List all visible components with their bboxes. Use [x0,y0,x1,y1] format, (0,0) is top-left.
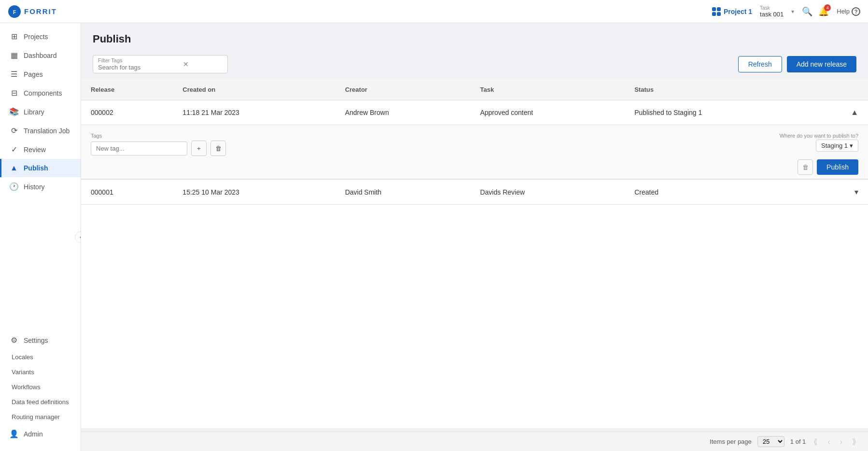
sidebar-item-projects[interactable]: ⊞ Projects [0,27,81,46]
col-actions [811,79,868,100]
last-page-button[interactable]: ⟫ [850,436,858,447]
admin-icon: 👤 [9,429,19,438]
pages-icon: ☰ [9,70,19,79]
project-icon [712,7,721,16]
help-label: Help [837,8,850,15]
table-header: Release Created on Creator Task Status [81,79,868,100]
sidebar-label-review: Review [24,146,46,154]
sidebar-item-review[interactable]: ✓ Review [0,140,81,159]
publish-button[interactable]: Publish [817,159,858,175]
sidebar-label-dashboard: Dashboard [24,52,57,59]
prev-page-button[interactable]: ‹ [826,437,832,447]
sidebar-item-settings[interactable]: ⚙ Settings [0,331,81,350]
next-page-button[interactable]: › [838,437,844,447]
header-icons: 🔍 🔔 4 [802,6,829,17]
clear-filter-icon[interactable]: ✕ [183,60,189,68]
first-page-button[interactable]: ⟪ [812,436,820,447]
sidebar-label-history: History [24,183,45,191]
sidebar-label-settings: Settings [24,337,48,344]
table-row: 000002 11:18 21 Mar 2023 Andrew Brown Ap… [81,100,868,125]
toolbar-actions: Refresh Add new release [738,56,856,72]
pub-dest-arrow: ▾ [850,142,853,149]
components-icon: ⊟ [9,88,19,98]
sidebar-item-admin[interactable]: 👤 Admin [0,424,81,443]
project-selector[interactable]: Project 1 [712,7,752,16]
routing-label: Routing manager [12,413,60,421]
add-tag-button[interactable]: + [191,141,207,156]
help-button[interactable]: Help ? [837,7,860,16]
dashboard-icon: ▦ [9,51,19,60]
sidebar-item-components[interactable]: ⊟ Components [0,84,81,102]
sidebar-sub-item-data-feed[interactable]: Data feed definitions [0,395,81,409]
locales-label: Locales [12,353,33,361]
expand-row-button[interactable]: ▾ [854,187,858,197]
filter-tags-input[interactable] [98,64,179,71]
sidebar-item-dashboard[interactable]: ▦ Dashboard [0,46,81,65]
col-task: Task [470,79,625,100]
task-value: task 001 [760,11,784,18]
toolbar: Filter Tags ✕ Refresh Add new release [81,51,868,79]
release-expand-cell: ▾ [811,180,868,205]
tags-label: Tags [91,133,226,139]
release-creator: Andrew Brown [336,100,471,125]
translation-icon: ⟳ [9,126,19,135]
task-info: Task task 001 [760,5,784,18]
sidebar-sub-item-locales[interactable]: Locales [0,350,81,365]
collapse-row-button[interactable]: ▲ [851,108,858,117]
notification-badge: 4 [824,4,831,11]
sidebar-item-history[interactable]: 🕐 History [0,177,81,196]
sidebar-item-pages[interactable]: ☰ Pages [0,65,81,84]
library-icon: 📚 [9,107,19,116]
logo-text: FORRIT [24,7,57,15]
release-number: 000001 [81,180,173,205]
logo[interactable]: F FORRIT [8,5,57,18]
page-header: Publish [81,23,868,51]
release-expand-cell: ▲ [811,100,868,125]
pub-dest-value: Staging 1 [821,142,848,149]
add-new-release-button[interactable]: Add new release [787,56,856,72]
pagination-bar: Items per page 10 25 50 100 1 of 1 ⟪ ‹ ›… [81,432,868,451]
sidebar-collapse-button[interactable]: ‹ [75,231,81,243]
variants-label: Variants [12,368,34,376]
col-creator: Creator [336,79,471,100]
sidebar-item-library[interactable]: 📚 Library [0,102,81,121]
search-icon[interactable]: 🔍 [802,6,812,17]
expanded-content: Tags + 🗑 [81,125,868,179]
sidebar-sub-item-routing[interactable]: Routing manager [0,409,81,424]
logo-icon: F [8,5,21,18]
main-content: Publish Filter Tags ✕ Refresh Add new re… [81,23,868,451]
sidebar-item-translation-job[interactable]: ⟳ Translation Job [0,121,81,140]
data-feed-label: Data feed definitions [12,398,69,406]
page-info: 1 of 1 [790,438,806,445]
sidebar-label-translation-job: Translation Job [24,127,70,135]
page-title: Publish [93,33,856,45]
sidebar-label-components: Components [24,89,62,97]
pub-dest-label: Where do you want to publish to? [780,133,858,139]
delete-tag-button[interactable]: 🗑 [210,141,226,156]
publish-icon: ▲ [9,164,19,172]
new-tag-input[interactable] [91,141,187,155]
table-body: 000002 11:18 21 Mar 2023 Andrew Brown Ap… [81,100,868,205]
task-dropdown-arrow[interactable]: ▾ [791,8,794,15]
col-release: Release [81,79,173,100]
publish-section: Where do you want to publish to? Staging… [780,133,858,175]
project-name: Project 1 [724,8,752,15]
sidebar-label-projects: Projects [24,33,48,41]
app-body: ⊞ Projects ▦ Dashboard ☰ Pages ⊟ Compone… [0,23,868,451]
page-size-select[interactable]: 10 25 50 100 [757,436,784,447]
sidebar-item-publish[interactable]: ▲ Publish [0,159,81,177]
refresh-button[interactable]: Refresh [738,56,782,72]
filter-tags-box: Filter Tags ✕ [93,55,228,73]
releases-table-container: Release Created on Creator Task Status 0… [81,79,868,428]
sidebar-sub-item-variants[interactable]: Variants [0,365,81,380]
delete-release-button[interactable]: 🗑 [798,159,813,175]
task-label: Task [760,5,770,11]
expanded-inner: Tags + 🗑 [91,133,858,175]
expanded-actions: 🗑 Publish [798,159,858,175]
workflows-label: Workflows [12,383,41,391]
notifications-icon[interactable]: 🔔 4 [818,6,829,17]
tags-input-row: + 🗑 [91,141,226,156]
sidebar-sub-item-workflows[interactable]: Workflows [0,380,81,395]
release-status: Created [625,180,811,205]
pub-dest-select[interactable]: Staging 1 ▾ [816,140,858,152]
